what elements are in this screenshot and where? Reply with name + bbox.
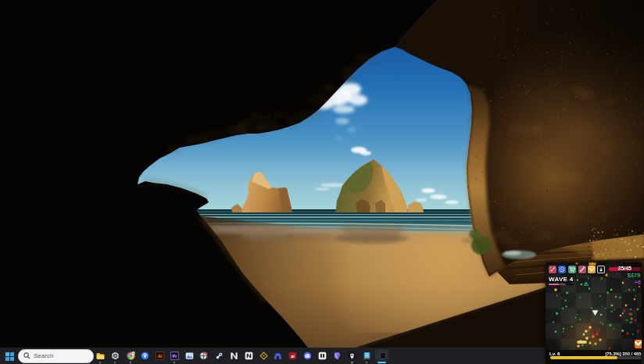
svg-text:Ai: Ai bbox=[157, 354, 162, 359]
svg-text:ai: ai bbox=[291, 354, 295, 359]
svg-text:Pr: Pr bbox=[172, 354, 177, 359]
svg-text:5: 5 bbox=[592, 334, 595, 339]
